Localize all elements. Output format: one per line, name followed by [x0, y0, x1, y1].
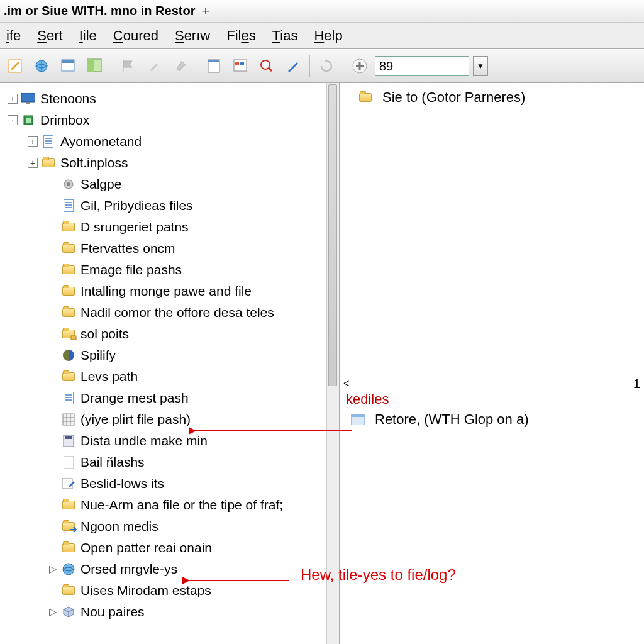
scrollbar[interactable]: [326, 83, 339, 644]
tree-item[interactable]: +Solt.inploss: [3, 152, 339, 174]
tree-label: Nue-Arm ana file or the tipe of fraf;: [80, 497, 283, 513]
right-panel: Sie to (Gotor Parneres) < 1 kediles Reto…: [340, 83, 644, 644]
menu-tias[interactable]: Tias: [269, 25, 302, 47]
refresh-icon[interactable]: [315, 55, 338, 77]
window-icon[interactable]: [57, 55, 79, 77]
tree-item[interactable]: Dista undle make min: [3, 430, 339, 452]
tree-label: Solt.inploss: [60, 155, 128, 170]
menu-files[interactable]: Files: [223, 25, 259, 47]
edit-icon[interactable]: [4, 55, 26, 77]
tree-item[interactable]: +Ayomonetand: [3, 131, 339, 152]
right-item[interactable]: Retore, (WTH Glop on a): [351, 411, 638, 428]
main-split: +Stenoons·Drimbox+Ayomonetand+Solt.inplo…: [0, 83, 644, 644]
menu-serıw[interactable]: Serıw: [171, 25, 214, 47]
tree-item[interactable]: Uises Mirodam estaps: [3, 580, 339, 601]
fold-icon: [62, 284, 75, 298]
menu-ife[interactable]: ife: [3, 25, 25, 47]
tree-item[interactable]: ·Drimbox: [3, 109, 339, 131]
tree-item[interactable]: Nue-Arm ana file or the tipe of fraf;: [3, 494, 339, 516]
right-divider[interactable]: < 1: [340, 379, 644, 390]
page-icon[interactable]: [203, 55, 225, 77]
tree-item[interactable]: D srungeriet patns: [3, 216, 339, 238]
tree-item[interactable]: (yiye plirt file pash): [3, 409, 339, 430]
dropdown-icon[interactable]: ▼: [473, 56, 488, 76]
svg-rect-16: [26, 118, 31, 123]
tree: +Stenoons·Drimbox+Ayomonetand+Solt.inplo…: [0, 83, 339, 628]
menu-sert[interactable]: Sert: [33, 25, 66, 47]
tree-item[interactable]: Gil, Pribydieas files: [3, 195, 339, 216]
window-icon: [351, 413, 365, 426]
tree-item[interactable]: Intalling monge pawe and file: [3, 280, 339, 302]
app-icon[interactable]: [229, 55, 252, 77]
tree-label: Levs path: [80, 369, 138, 384]
svg-rect-25: [62, 479, 72, 489]
tree-item[interactable]: Emage file pashs: [3, 259, 339, 280]
right-top-item[interactable]: Sie to (Gotor Parneres): [358, 89, 638, 106]
tree-item[interactable]: Drange mest pash: [3, 387, 339, 409]
window-title: .im or Siue WITH. mno in Restor: [0, 4, 195, 18]
svg-rect-14: [26, 102, 30, 104]
separator: [197, 55, 197, 77]
fold-icon: [62, 242, 75, 255]
svg-point-26: [63, 564, 74, 575]
tree-label: sol poits: [80, 326, 129, 341]
separator: [309, 55, 310, 77]
tree-panel: +Stenoons·Drimbox+Ayomonetand+Solt.inplo…: [0, 83, 340, 644]
zoom-input[interactable]: [375, 56, 469, 76]
tab-add-icon[interactable]: +: [201, 3, 209, 19]
tree-label: Gil, Pribydieas files: [80, 198, 193, 213]
tree-item[interactable]: Beslid-lows its: [3, 473, 339, 494]
svg-rect-7: [208, 60, 219, 62]
brush-icon[interactable]: [143, 55, 165, 77]
globe-icon[interactable]: [30, 55, 53, 77]
flag-icon[interactable]: [116, 55, 139, 77]
svg-rect-23: [65, 436, 72, 439]
right-top-label: Sie to (Gotor Parneres): [382, 89, 525, 106]
fold-icon: [62, 584, 75, 597]
tree-item[interactable]: Spilify: [3, 345, 339, 366]
svg-point-18: [67, 182, 70, 186]
tree-item[interactable]: Nadil comor the offore desa teles: [3, 302, 339, 323]
search-icon[interactable]: [255, 55, 278, 77]
menu-iile[interactable]: Iile: [75, 25, 101, 47]
pen-icon[interactable]: [282, 55, 304, 77]
expander-icon[interactable]: +: [28, 158, 38, 168]
hammer-icon[interactable]: [169, 55, 192, 77]
gear-icon: [62, 177, 75, 191]
tree-item[interactable]: Ngoon medis: [3, 516, 339, 537]
globe-icon: [62, 348, 75, 362]
tree-label: Ayomonetand: [60, 134, 142, 149]
tree-item[interactable]: Open patter reai onain: [3, 537, 339, 558]
svg-rect-21: [63, 414, 74, 425]
tree-item[interactable]: ▷Nou paires: [3, 601, 339, 623]
tree-item[interactable]: Salgpe: [3, 174, 339, 195]
tree-item[interactable]: Bail ñlashs: [3, 452, 339, 473]
tree-label: Emage file pashs: [80, 262, 182, 277]
tree-label: Open patter reai onain: [80, 540, 212, 555]
add-icon[interactable]: [348, 55, 371, 77]
expander-icon[interactable]: ·: [8, 115, 18, 125]
panel-icon[interactable]: [83, 55, 106, 77]
doc-icon: [62, 391, 75, 405]
right-header: kediles: [346, 391, 638, 408]
tree-label: Dista undle make min: [80, 433, 208, 448]
page-number: 1: [633, 377, 640, 391]
chevron-left-icon[interactable]: <: [343, 378, 349, 389]
fold-icon: [62, 220, 75, 234]
menu-help[interactable]: Help: [310, 25, 346, 47]
tree-item[interactable]: ▷Orsed mrgvle-ys: [3, 558, 339, 580]
tree-item[interactable]: sol poits: [3, 323, 339, 345]
expander-icon[interactable]: +: [8, 94, 18, 104]
foldarrow-icon: [62, 519, 75, 533]
foldlock-icon: [62, 327, 75, 341]
tree-item[interactable]: Ftervattes oncm: [3, 238, 339, 259]
right-top: Sie to (Gotor Parneres): [340, 83, 644, 379]
tree-item[interactable]: +Stenoons: [3, 88, 339, 109]
expander-icon[interactable]: +: [28, 136, 38, 147]
tree-item[interactable]: Levs path: [3, 366, 339, 387]
menu-coured[interactable]: Coured: [109, 25, 162, 47]
titlebar: .im or Siue WITH. mno in Restor +: [0, 0, 644, 23]
expander-icon[interactable]: ▷: [48, 607, 58, 617]
expander-icon[interactable]: ▷: [48, 564, 58, 574]
scroll-thumb[interactable]: [328, 84, 337, 386]
